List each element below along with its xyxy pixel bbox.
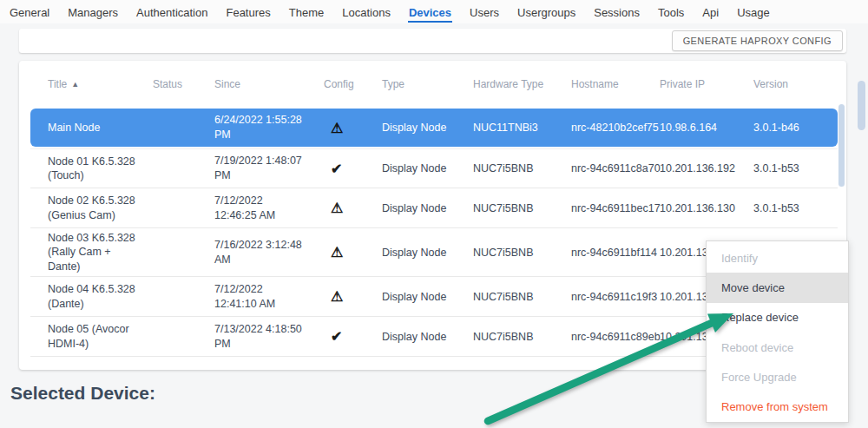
cell-since: 7/19/2022 1:48:07 PM <box>214 154 306 183</box>
config-ok-icon: ✔ <box>331 329 342 344</box>
cell-version: 3.0.1-b53 <box>753 202 838 214</box>
tab-managers[interactable]: Managers <box>67 2 119 23</box>
cell-status <box>153 331 214 343</box>
cell-version: 3.0.1-b46 <box>753 122 838 134</box>
column-header-config[interactable]: Config <box>324 78 382 90</box>
cell-hostname: nrc-48210b2cef75 <box>571 122 660 134</box>
tab-users[interactable]: Users <box>469 2 500 23</box>
column-header-since[interactable]: Since <box>214 78 324 90</box>
cell-hardware-type: NUC7i5BNB <box>473 291 571 303</box>
cell-config: ✔ <box>324 161 382 177</box>
cell-title: Node 02 K6.5.328 (Genius Cam) <box>48 194 153 222</box>
cell-config: ✔ <box>324 328 382 345</box>
config-ok-icon: ✔ <box>331 161 342 176</box>
cell-title: Node 01 K6.5.328 (Touch) <box>48 155 153 183</box>
selected-device-heading: Selected Device: <box>10 383 155 404</box>
column-header-hardware-type[interactable]: Hardware Type <box>473 78 571 90</box>
cell-hardware-type: NUC11TNBi3 <box>473 122 571 134</box>
tab-sessions[interactable]: Sessions <box>593 2 641 23</box>
cell-status <box>153 122 214 134</box>
device-row-main-node[interactable]: Main Node 6/24/2022 1:55:28 PM ⚠ Display… <box>30 109 838 147</box>
column-header-title[interactable]: Title ▲ <box>48 78 153 90</box>
device-row-node-01[interactable]: Node 01 K6.5.328 (Touch) 7/19/2022 1:48:… <box>30 148 838 188</box>
cell-type: Display Node <box>382 331 473 343</box>
cell-config: ⚠ <box>324 244 382 260</box>
cell-hostname: nrc-94c6911c89eb <box>571 331 660 343</box>
config-warning-icon: ⚠ <box>331 245 343 260</box>
column-header-status[interactable]: Status <box>153 78 214 90</box>
cell-hardware-type: NUC7i5BNB <box>473 247 571 259</box>
menu-item-force-upgrade: Force Upgrade <box>707 362 848 392</box>
cell-title: Node 03 K6.5.328 (Rally Cam + Dante) <box>48 231 153 273</box>
column-header-version[interactable]: Version <box>753 78 838 90</box>
column-header-version-label: Version <box>753 78 788 90</box>
cell-config: ⚠ <box>324 120 382 136</box>
cell-hostname: nrc-94c6911c19f3 <box>571 291 660 303</box>
cell-hostname: nrc-94c6911bf114 <box>571 247 660 259</box>
toolbar: GENERATE HAPROXY CONFIG <box>19 29 846 53</box>
device-context-menu: Identify Move device Replace device Rebo… <box>706 240 849 423</box>
config-warning-icon: ⚠ <box>331 201 343 215</box>
column-header-hostname-label: Hostname <box>571 78 619 90</box>
cell-title: Main Node <box>48 121 153 135</box>
column-header-since-label: Since <box>214 78 240 90</box>
cell-since: 6/24/2022 1:55:28 PM <box>214 113 306 142</box>
column-header-title-label: Title <box>48 78 67 90</box>
cell-private-ip: 10.201.136.192 <box>660 162 753 174</box>
cell-hardware-type: NUC7i5BNB <box>473 331 571 343</box>
cell-config: ⚠ <box>324 288 382 305</box>
tab-theme[interactable]: Theme <box>288 2 325 23</box>
config-warning-icon: ⚠ <box>331 289 343 304</box>
column-header-hardware-type-label: Hardware Type <box>473 78 543 90</box>
generate-haproxy-config-button[interactable]: GENERATE HAPROXY CONFIG <box>672 30 843 51</box>
cell-status <box>153 202 214 214</box>
menu-item-remove-from-system[interactable]: Remove from system <box>707 392 848 421</box>
cell-since: 7/16/2022 3:12:48 AM <box>214 238 306 267</box>
cell-type: Display Node <box>382 291 473 303</box>
menu-item-reboot-device: Reboot device <box>707 333 848 362</box>
cell-hardware-type: NUC7i5BNB <box>473 202 571 214</box>
tab-features[interactable]: Features <box>225 2 271 23</box>
tab-tools[interactable]: Tools <box>657 2 685 23</box>
page-scrollbar-thumb[interactable] <box>858 81 865 130</box>
table-scrollbar-thumb[interactable] <box>838 104 845 187</box>
cell-hardware-type: NUC7i5BNB <box>473 162 571 174</box>
cell-since: 7/12/2022 12:46:25 AM <box>214 194 306 223</box>
tab-devices[interactable]: Devices <box>408 2 452 23</box>
menu-item-move-device[interactable]: Move device <box>707 273 848 302</box>
device-row-node-02[interactable]: Node 02 K6.5.328 (Genius Cam) 7/12/2022 … <box>30 188 838 228</box>
cell-type: Display Node <box>382 122 473 134</box>
column-header-type[interactable]: Type <box>382 78 473 90</box>
cell-private-ip: 10.201.136.130 <box>660 202 753 214</box>
cell-config: ⚠ <box>324 200 382 216</box>
cell-since: 7/12/2022 12:41:10 AM <box>214 282 306 312</box>
cell-type: Display Node <box>382 247 473 259</box>
column-header-type-label: Type <box>382 78 404 90</box>
cell-type: Display Node <box>382 162 473 174</box>
menu-item-replace-device[interactable]: Replace device <box>707 303 848 333</box>
tab-api[interactable]: Api <box>701 2 720 23</box>
top-navigation: General Managers Authentication Features… <box>0 0 868 23</box>
sort-ascending-icon: ▲ <box>71 80 79 89</box>
cell-status <box>153 162 214 174</box>
cell-since: 7/13/2022 4:18:50 PM <box>214 322 306 352</box>
column-header-private-ip-label: Private IP <box>660 78 705 90</box>
cell-private-ip: 10.98.6.164 <box>660 122 753 134</box>
cell-title: Node 04 K6.5.328 (Dante) <box>48 282 153 311</box>
cell-status <box>153 291 214 303</box>
tab-usage[interactable]: Usage <box>736 2 771 23</box>
cell-version: 3.0.1-b53 <box>753 162 838 174</box>
column-header-private-ip[interactable]: Private IP <box>660 78 753 90</box>
column-header-hostname[interactable]: Hostname <box>571 78 660 90</box>
tab-locations[interactable]: Locations <box>341 2 391 23</box>
column-header-config-label: Config <box>324 78 354 90</box>
tab-authentication[interactable]: Authentication <box>135 2 208 23</box>
tab-usergroups[interactable]: Usergroups <box>516 2 576 23</box>
cell-hostname: nrc-94c6911c8a70 <box>571 162 660 174</box>
tab-general[interactable]: General <box>9 2 50 23</box>
table-header: Title ▲ Status Since Config Type Hardwar… <box>30 78 838 90</box>
config-warning-icon: ⚠ <box>331 121 343 135</box>
cell-hostname: nrc-94c6911bec17 <box>571 202 660 214</box>
column-header-status-label: Status <box>153 78 182 90</box>
cell-type: Display Node <box>382 202 473 214</box>
